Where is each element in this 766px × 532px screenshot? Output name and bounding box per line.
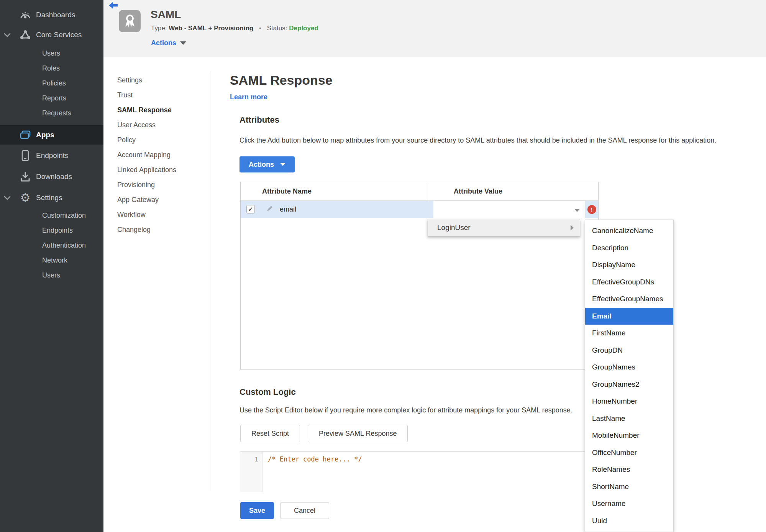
save-button[interactable]: Save: [240, 502, 274, 519]
menu-item-label: LoginUser: [428, 223, 571, 232]
submenu-item-effectivegroupdns[interactable]: EffectiveGroupDNs: [585, 274, 673, 291]
attributes-actions-button[interactable]: Actions: [239, 156, 295, 172]
submenu-item-description[interactable]: Description: [585, 240, 673, 257]
attributes-description: Click the Add button below to map attrib…: [239, 136, 738, 144]
tab-provisioning[interactable]: Provisioning: [117, 177, 205, 192]
actions-button-label: Actions: [249, 161, 274, 169]
error-icon: !: [587, 205, 596, 214]
submenu-item-mobilenumber[interactable]: MobileNumber: [585, 427, 673, 444]
sidebar-item-dashboards[interactable]: Dashboards: [0, 6, 103, 24]
editor-line-number: 1: [240, 452, 262, 492]
row-checkbox-cell: ✓: [241, 201, 261, 218]
submenu-item-email[interactable]: Email: [585, 308, 673, 325]
submenu-item-firstname[interactable]: FirstName: [585, 325, 673, 342]
sidebar-item-endpoints-settings[interactable]: Endpoints: [0, 223, 103, 238]
tab-settings[interactable]: Settings: [117, 73, 205, 88]
sidebar-item-users[interactable]: Users: [0, 46, 103, 61]
tab-saml-response[interactable]: SAML Response: [117, 103, 205, 118]
sidebar-item-endpoints[interactable]: Endpoints: [0, 147, 103, 164]
sidebar-item-label: Downloads: [36, 172, 72, 181]
tab-changelog[interactable]: Changelog: [117, 222, 205, 237]
submenu-item-username[interactable]: Username: [585, 495, 673, 512]
submenu-item-homenumber[interactable]: HomeNumber: [585, 393, 673, 410]
header-actions-dropdown[interactable]: Actions: [151, 39, 186, 47]
cancel-button[interactable]: Cancel: [280, 502, 329, 519]
sidebar-item-apps[interactable]: Apps: [0, 125, 103, 144]
script-editor[interactable]: 1 /* Enter code here... */: [240, 452, 598, 492]
caret-down-icon: [180, 41, 186, 45]
type-label: Type:: [151, 25, 167, 32]
tab-linked-applications[interactable]: Linked Applications: [117, 163, 205, 177]
sidebar-item-requests[interactable]: Requests: [0, 106, 103, 121]
sidebar-item-label: Core Services: [36, 31, 82, 39]
custom-logic-description: Use the Script Editor below if you requi…: [239, 406, 584, 414]
gauge-icon: [15, 10, 36, 20]
header-actions-label: Actions: [151, 39, 176, 47]
sidebar-item-downloads[interactable]: Downloads: [0, 168, 103, 186]
reset-script-button[interactable]: Reset Script: [240, 425, 300, 442]
award-ribbon-icon: [119, 10, 141, 32]
tab-policy[interactable]: Policy: [117, 133, 205, 148]
submenu-item-rolenames[interactable]: RoleNames: [585, 461, 673, 478]
sidebar-item-customization[interactable]: Customization: [0, 208, 103, 223]
column-header-attribute-value: Attribute Value: [428, 187, 502, 195]
submenu-item-effectivegroupnames[interactable]: EffectiveGroupNames: [585, 291, 673, 308]
table-row[interactable]: ✓ email !: [241, 201, 598, 218]
learn-more-link[interactable]: Learn more: [230, 93, 267, 101]
tab-account-mapping[interactable]: Account Mapping: [117, 148, 205, 163]
preview-saml-response-button[interactable]: Preview SAML Response: [308, 425, 408, 442]
sidebar-item-settings[interactable]: ⚙ Settings: [0, 189, 103, 207]
submenu-item-groupdn[interactable]: GroupDN: [585, 342, 673, 359]
submenu-item-groupnames2[interactable]: GroupNames2: [585, 376, 673, 393]
row-error-cell: !: [585, 201, 598, 218]
pencil-icon[interactable]: [266, 205, 274, 214]
submenu-item-shortname[interactable]: ShortName: [585, 478, 673, 496]
app-settings-nav: Settings Trust SAML Response User Access…: [117, 73, 205, 237]
gear-icon: ⚙: [15, 192, 36, 204]
tab-workflow[interactable]: Workflow: [117, 207, 205, 222]
app-title: SAML: [151, 8, 181, 21]
column-header-attribute-name: Attribute Name: [241, 182, 428, 200]
attributes-table: Attribute Name Attribute Value ✓ email: [240, 182, 599, 369]
submenu-item-groupnames[interactable]: GroupNames: [585, 359, 673, 376]
footer-buttons: Save Cancel: [240, 502, 329, 519]
sidebar-item-label: Settings: [36, 194, 62, 202]
caret-down-icon: [280, 163, 285, 166]
attribute-name-cell: email: [261, 201, 433, 218]
nodes-icon: [15, 30, 36, 40]
row-checkbox[interactable]: ✓: [246, 205, 255, 213]
table-header: Attribute Name Attribute Value: [241, 182, 598, 201]
divider: [210, 71, 210, 491]
loginuser-attribute-submenu: CanonicalizeName Description DisplayName…: [585, 220, 674, 532]
submenu-item-lastname[interactable]: LastName: [585, 410, 673, 427]
custom-logic-buttons: Reset Script Preview SAML Response: [240, 425, 408, 442]
chevron-down-icon[interactable]: [0, 33, 15, 37]
editor-code[interactable]: /* Enter code here... */: [262, 452, 598, 492]
submenu-item-uuid[interactable]: Uuid: [585, 512, 673, 530]
chevron-down-icon[interactable]: [0, 195, 15, 200]
sidebar-item-users-settings[interactable]: Users: [0, 268, 103, 283]
attribute-value-menu-loginuser[interactable]: LoginUser: [428, 219, 580, 236]
tab-app-gateway[interactable]: App Gateway: [117, 192, 205, 207]
attribute-value-select[interactable]: [433, 201, 585, 220]
sidebar-item-label: Dashboards: [36, 11, 75, 19]
custom-logic-heading: Custom Logic: [239, 387, 296, 397]
sidebar-item-core-services[interactable]: Core Services: [0, 26, 103, 44]
sidebar-item-label: Apps: [36, 131, 54, 139]
admin-portal: Dashboards Core Services Users Roles Pol…: [0, 0, 766, 532]
submenu-item-displayname[interactable]: DisplayName: [585, 256, 673, 274]
core-services-children: Users Roles Policies Reports Requests: [0, 46, 103, 121]
tab-trust[interactable]: Trust: [117, 88, 205, 103]
download-icon: [15, 171, 36, 182]
app-windows-icon: [15, 130, 36, 140]
tab-user-access[interactable]: User Access: [117, 118, 205, 133]
submenu-item-canonicalizename[interactable]: CanonicalizeName: [585, 222, 673, 240]
submenu-item-officenumber[interactable]: OfficeNumber: [585, 444, 673, 461]
sidebar-item-roles[interactable]: Roles: [0, 61, 103, 76]
sidebar-item-authentication[interactable]: Authentication: [0, 238, 103, 253]
sidebar-item-network[interactable]: Network: [0, 253, 103, 268]
back-arrow-icon[interactable]: [108, 2, 119, 11]
sidebar-item-policies[interactable]: Policies: [0, 76, 103, 91]
mobile-icon: [15, 150, 36, 161]
sidebar-item-reports[interactable]: Reports: [0, 91, 103, 106]
